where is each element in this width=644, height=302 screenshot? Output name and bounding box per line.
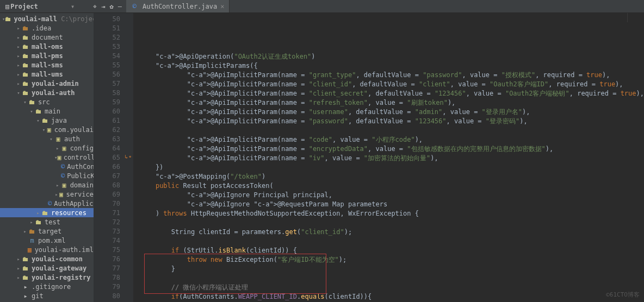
tree-item[interactable]: ©PublicKeyController — [0, 171, 94, 180]
fold-icon: 🖿 — [22, 43, 29, 51]
expand-icon[interactable]: ▾ — [41, 127, 46, 133]
expand-icon[interactable]: ▸ — [15, 266, 22, 271]
tree-item[interactable]: ▸🖿youlai-gateway — [0, 263, 94, 273]
tree-item[interactable]: ▸▣domain — [0, 180, 94, 190]
tree-label: resources — [51, 209, 86, 217]
chevron-down-icon[interactable]: ▾ — [71, 3, 75, 10]
project-icon: ▤ — [5, 3, 9, 10]
tree-item[interactable]: ▸🖿mall-sms — [0, 60, 94, 70]
tree-item[interactable]: ▾▣auth — [0, 134, 94, 143]
tree-item[interactable]: ▸🖿youlai-registry — [0, 273, 94, 282]
pkg-icon: ▣ — [60, 181, 67, 189]
tree-item[interactable]: ▸git — [0, 291, 94, 300]
tree-item[interactable]: ▾🖿youlai-mall C:\projects\java\mall\youl… — [0, 14, 94, 23]
tree-item[interactable]: ▸🖿youlai-admin — [0, 79, 94, 88]
collapse-icon[interactable]: ⇥ — [101, 3, 105, 10]
code-area[interactable]: "c-a">@ApiOperation("OAuth2认证生成token") "… — [133, 13, 644, 302]
ruler-line — [627, 13, 628, 22]
tab-filename: AuthController.java — [143, 3, 217, 10]
pkg-icon: ▣ — [60, 144, 67, 152]
tree-label: test — [45, 218, 60, 226]
tree-item[interactable]: ▸.gitignore — [0, 282, 94, 291]
tree-item[interactable]: ▸🖿resources — [0, 208, 94, 217]
pkg-icon: ▣ — [54, 135, 62, 143]
fold-icon: 🖿 — [22, 265, 29, 272]
pkg-icon: ▣ — [57, 154, 61, 161]
expand-icon[interactable]: ▸ — [15, 35, 22, 40]
tree-item[interactable]: ▾🖿src — [0, 97, 94, 106]
expand-icon[interactable]: ▸ — [54, 192, 59, 197]
fold-icon: 🖿 — [22, 52, 29, 60]
file-m-icon: m — [28, 237, 36, 244]
tree-label: controller — [64, 154, 94, 161]
tree-item[interactable]: ▾🖿java — [0, 116, 94, 125]
fold-icon: 🖿 — [35, 108, 42, 115]
code-editor[interactable]: 5051525354555657585960616263646566676869… — [94, 13, 644, 302]
expand-icon[interactable]: ▸ — [15, 72, 22, 77]
tree-item[interactable]: ©AuthApplication — [0, 199, 94, 208]
locate-icon[interactable]: ⌖ — [93, 3, 97, 10]
tree-label: pom.xml — [38, 237, 66, 244]
tree-item[interactable]: ▸🖿mall-oms — [0, 42, 94, 51]
tree-item[interactable]: ▸🖿.idea — [0, 23, 94, 33]
tree-label: youlai-registry — [32, 274, 90, 281]
tree-label: auth — [64, 135, 80, 143]
expand-icon[interactable]: ▸ — [22, 229, 28, 234]
expand-icon[interactable]: ▾ — [15, 90, 22, 96]
expand-icon[interactable]: ▸ — [54, 146, 60, 151]
tree-label: .gitignore — [32, 283, 71, 291]
close-icon[interactable]: × — [220, 3, 224, 10]
tree-item[interactable]: ©AuthController — [0, 162, 94, 171]
expand-icon[interactable]: ▸ — [28, 219, 35, 225]
fold-icon: 🖿 — [22, 89, 29, 97]
watermark: ©61CTO博客 — [606, 291, 640, 299]
fold-icon: 🖿 — [41, 209, 49, 217]
expand-icon[interactable]: ▾ — [48, 136, 54, 142]
tree-label: mall-pms — [32, 52, 63, 60]
expand-icon[interactable]: ▾ — [22, 99, 28, 105]
project-tree[interactable]: ▾🖿youlai-mall C:\projects\java\mall\youl… — [0, 13, 94, 302]
expand-icon[interactable]: ▸ — [15, 275, 22, 280]
tree-item[interactable]: ▾🖿main — [0, 106, 94, 116]
tree-item[interactable]: ▸🖿target — [0, 226, 94, 236]
tree-label: youlai-auth.iml — [35, 246, 94, 254]
tree-label: mall-oms — [32, 43, 63, 51]
gear-icon[interactable]: ✿ — [110, 3, 114, 10]
tree-item[interactable]: ▾🖿youlai-auth — [0, 88, 94, 97]
expand-icon[interactable]: ▸ — [15, 81, 22, 86]
fold-icon: 🖿 — [5, 15, 11, 23]
tree-item[interactable]: ▸🖿test — [0, 217, 94, 226]
expand-icon[interactable]: ▸ — [54, 183, 60, 188]
expand-icon[interactable]: ▸ — [35, 210, 41, 216]
tree-item[interactable]: ▾▣controller — [0, 153, 94, 162]
tree-item[interactable]: ▦youlai-auth.iml — [0, 245, 94, 254]
fold-ex-icon: 🖿 — [22, 24, 29, 32]
expand-icon[interactable]: ▸ — [15, 53, 22, 59]
file-y-icon: ▦ — [27, 246, 33, 254]
expand-icon[interactable]: ▾ — [28, 109, 35, 114]
tree-item[interactable]: ▸▣service — [0, 190, 94, 199]
expand-icon[interactable]: ▸ — [15, 256, 22, 262]
expand-icon[interactable]: ▸ — [15, 44, 22, 49]
expand-icon[interactable]: ▸ — [15, 62, 22, 68]
tree-item[interactable]: ▾▣com.youlai — [0, 125, 94, 134]
tree-label: mall-ums — [32, 71, 63, 78]
file-icon: ▸ — [22, 292, 29, 300]
tree-item[interactable]: ▸🖿mall-ums — [0, 70, 94, 79]
tree-item[interactable]: ▸🖿youlai-common — [0, 254, 94, 263]
tree-item[interactable]: ▸🖿document — [0, 33, 94, 42]
tree-label: target — [38, 228, 61, 235]
tree-label: AuthApplication — [54, 200, 94, 207]
expand-icon[interactable]: ▸ — [15, 26, 22, 31]
tree-item[interactable]: ▸▣config — [0, 143, 94, 153]
tree-item[interactable]: mpom.xml — [0, 236, 94, 245]
tree-label: git — [32, 292, 44, 300]
project-tool-header: ▤ Project ▾ ⌖ ⇥ ✿ — — [0, 0, 126, 12]
editor-gutter-icons: ↳⚬ — [123, 13, 133, 302]
tree-item[interactable]: ▸🖿mall-pms — [0, 51, 94, 60]
tab-authcontroller[interactable]: © AuthController.java × — [126, 0, 230, 12]
hide-icon[interactable]: — — [118, 3, 122, 10]
tree-label: PublicKeyController — [67, 172, 94, 180]
expand-icon[interactable]: ▾ — [35, 118, 41, 123]
fold-icon: 🖿 — [28, 98, 36, 106]
